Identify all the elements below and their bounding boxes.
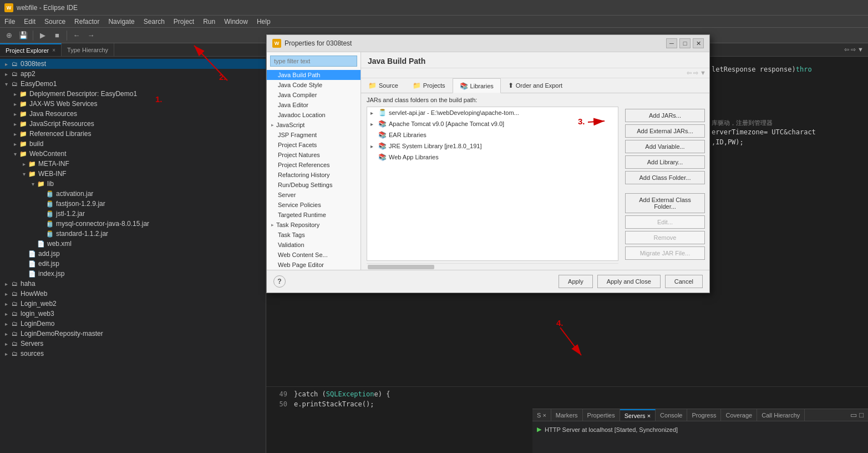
menu-project[interactable]: Project <box>169 16 199 27</box>
action-btn-add-library---[interactable]: Add Library... <box>625 155 705 169</box>
tree-expand-arrow[interactable]: ▸ <box>2 61 10 67</box>
toolbar-debug[interactable]: ▶ <box>36 29 49 42</box>
tree-item[interactable]: ▸📁JavaScript Resources <box>0 119 266 129</box>
menu-help[interactable]: Help <box>252 16 275 27</box>
maximize-bottom-icon[interactable]: □ <box>859 411 864 419</box>
menu-search[interactable]: Search <box>139 16 169 27</box>
menu-source[interactable]: Source <box>40 16 70 27</box>
tree-item[interactable]: ▸📁JAX-WS Web Services <box>0 99 266 109</box>
sidebar-list-item[interactable]: Web Content Se... <box>267 250 361 260</box>
tab-order-export[interactable]: ⬆ Order and Export <box>501 78 570 93</box>
library-list-item[interactable]: ▸🫙servlet-api.jar - E:\webDeveloping\apa… <box>367 107 618 118</box>
tree-expand-arrow[interactable]: ▾ <box>11 151 19 157</box>
bottom-tab-properties[interactable]: Properties <box>583 409 620 421</box>
sidebar-list-item[interactable]: Run/Debug Settings <box>267 180 361 190</box>
tree-expand-arrow[interactable]: ▸ <box>11 121 19 127</box>
menu-window[interactable]: Window <box>220 16 252 27</box>
sidebar-list-item[interactable]: Project References <box>267 160 361 170</box>
apply-button[interactable]: Apply <box>559 275 593 288</box>
sidebar-list-item[interactable]: Javadoc Location <box>267 110 361 120</box>
tree-expand-arrow[interactable]: ▸ <box>2 351 10 357</box>
tree-item[interactable]: ▸📁Java Resources <box>0 109 266 119</box>
tree-item[interactable]: 🫙jstl-1.2.jar <box>0 209 266 219</box>
tree-item[interactable]: ▸📁META-INF <box>0 159 266 169</box>
close-explorer-icon[interactable]: × <box>52 47 55 53</box>
menu-refactor[interactable]: Refactor <box>70 16 104 27</box>
tree-expand-arrow[interactable]: ▸ <box>2 291 10 297</box>
library-list-item[interactable]: 📚Web App Libraries <box>367 152 618 163</box>
tree-item[interactable]: ▸🗂LoginDemo <box>0 319 266 329</box>
library-list-item[interactable]: ▸📚JRE System Library [jre1.8.0_191] <box>367 140 618 152</box>
sidebar-list-item[interactable]: Service Policies <box>267 200 361 210</box>
tab-project-explorer[interactable]: Project Explorer × <box>0 43 62 56</box>
toolbar-save[interactable]: 💾 <box>17 29 30 42</box>
cancel-button[interactable]: Cancel <box>665 275 703 288</box>
sidebar-list-item[interactable]: Project Natures <box>267 150 361 160</box>
tree-expand-arrow[interactable]: ▸ <box>2 71 10 77</box>
sidebar-list-item[interactable]: JSP Fragment <box>267 130 361 140</box>
dialog-minimize-button[interactable]: ─ <box>666 38 677 48</box>
sidebar-list-item[interactable]: Server <box>267 190 361 200</box>
tree-item[interactable]: ▸🗂LoginDemoReposity-master <box>0 329 266 339</box>
tree-expand-arrow[interactable]: ▸ <box>20 161 28 167</box>
sidebar-list-item[interactable]: Java Editor <box>267 100 361 110</box>
sidebar-list-item[interactable]: Java Code Style <box>267 80 361 90</box>
tree-item[interactable]: ▾📁lib <box>0 179 266 189</box>
tree-expand-arrow[interactable]: ▸ <box>11 91 19 97</box>
sidebar-list-item[interactable]: Validation <box>267 240 361 250</box>
tree-item[interactable]: 📄edit.jsp <box>0 259 266 269</box>
tree-expand-arrow[interactable]: ▸ <box>2 341 10 347</box>
bottom-tab-progress[interactable]: Progress <box>687 409 721 421</box>
tree-item[interactable]: ▸🗂0308test <box>0 59 266 69</box>
bottom-tab-console[interactable]: Console <box>656 409 687 421</box>
sidebar-list-item[interactable]: Java Compiler <box>267 90 361 100</box>
tab-libraries[interactable]: 📚 Libraries <box>453 78 501 93</box>
toolbar-back[interactable]: ← <box>70 29 83 42</box>
tree-item[interactable]: ▾🗂EasyDemo1 <box>0 79 266 89</box>
menu-file[interactable]: File <box>0 16 19 27</box>
tree-item[interactable]: ▸📁build <box>0 139 266 149</box>
action-btn-add-external-class-folder---[interactable]: Add External Class Folder... <box>625 193 705 213</box>
tree-item[interactable]: 🫙fastjson-1.2.9.jar <box>0 199 266 209</box>
action-btn-add-jars---[interactable]: Add JARs... <box>625 109 705 122</box>
tree-item[interactable]: ▸🗂HowWeb <box>0 289 266 299</box>
toolbar-stop[interactable]: ■ <box>50 29 64 42</box>
tab-type-hierarchy[interactable]: Type Hierarchy <box>62 43 114 56</box>
help-button[interactable]: ? <box>273 275 286 288</box>
tree-item[interactable]: 📄index.jsp <box>0 269 266 279</box>
bottom-tab-servers[interactable]: Servers × <box>620 409 656 421</box>
tree-expand-arrow[interactable]: ▸ <box>2 311 10 317</box>
sidebar-list-item[interactable]: Refactoring History <box>267 170 361 180</box>
tree-expand-arrow[interactable]: ▾ <box>2 81 10 87</box>
tree-item[interactable]: ▸📁Deployment Descriptor: EasyDemo1 <box>0 89 266 99</box>
tree-item[interactable]: ▾📁WEB-INF <box>0 169 266 179</box>
bottom-tab-s[interactable]: S × <box>532 409 551 421</box>
menu-navigate[interactable]: Navigate <box>104 16 139 27</box>
action-btn-add-variable---[interactable]: Add Variable... <box>625 140 705 153</box>
tree-item[interactable]: 🫙standard-1.1.2.jar <box>0 229 266 239</box>
tree-expand-arrow[interactable]: ▾ <box>20 171 28 177</box>
tab-source[interactable]: 📁 Source <box>361 78 405 93</box>
tree-expand-arrow[interactable]: ▾ <box>29 181 37 187</box>
tree-expand-arrow[interactable]: ▸ <box>2 301 10 307</box>
tree-expand-arrow[interactable]: ▸ <box>11 111 19 117</box>
sidebar-list-item[interactable]: Task Tags <box>267 230 361 240</box>
tab-projects[interactable]: 📁 Projects <box>405 78 453 93</box>
sidebar-list-item[interactable]: Java Build Path <box>267 70 361 80</box>
tree-item[interactable]: ▾📁WebContent <box>0 149 266 159</box>
tree-item[interactable]: ▸🗂haha <box>0 279 266 289</box>
sidebar-list-item[interactable]: Web Page Editor <box>267 260 361 270</box>
tree-item[interactable]: ▸🗂Login_web2 <box>0 299 266 309</box>
tree-expand-arrow[interactable]: ▸ <box>11 131 19 137</box>
tree-expand-arrow[interactable]: ▸ <box>11 101 19 107</box>
tree-expand-arrow[interactable]: ▸ <box>2 281 10 287</box>
menu-edit[interactable]: Edit <box>19 16 40 27</box>
toolbar-new[interactable]: ⊕ <box>2 29 16 42</box>
tree-item[interactable]: ▸🗂app2 <box>0 69 266 79</box>
tree-expand-arrow[interactable]: ▸ <box>11 141 19 147</box>
tree-item[interactable]: ▸🗂login_web3 <box>0 309 266 319</box>
toolbar-forward[interactable]: → <box>84 29 98 42</box>
tree-item[interactable]: ▸🗂Servers <box>0 339 266 349</box>
action-btn-add-external-jars---[interactable]: Add External JARs... <box>625 124 705 138</box>
tree-expand-arrow[interactable]: ▸ <box>2 331 10 337</box>
